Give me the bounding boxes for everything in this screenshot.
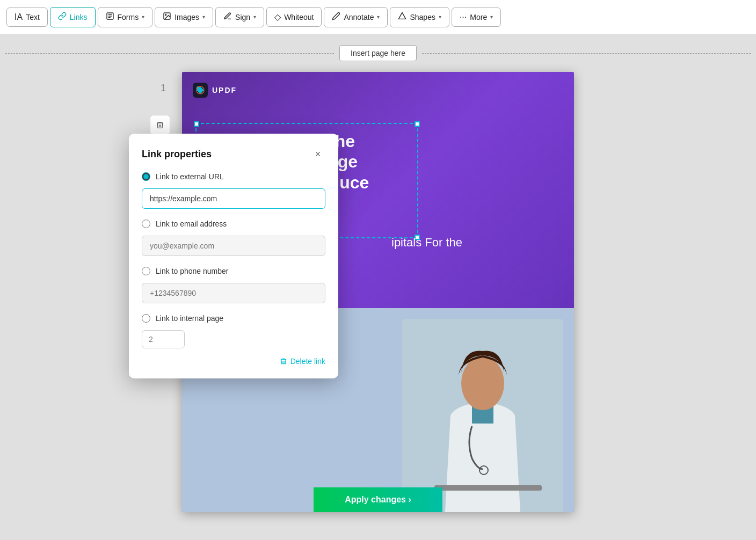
external-url-radio[interactable] [142, 172, 150, 181]
email-radio-item: Link to email address [142, 220, 325, 228]
email-label[interactable]: Link to email address [156, 220, 227, 228]
sign-icon [223, 12, 232, 23]
pdf-logo-text: UPDF [212, 86, 237, 94]
toolbar-more-label: More [470, 13, 487, 21]
svg-marker-6 [399, 12, 406, 19]
trash-icon [280, 357, 287, 365]
internal-page-group: Link to internal page [142, 314, 325, 348]
phone-group: Link to phone number [142, 267, 325, 305]
internal-page-label[interactable]: Link to internal page [156, 314, 223, 323]
more-icon: ··· [460, 12, 467, 22]
forms-arrow-icon: ▾ [142, 14, 144, 20]
selection-handle-tr[interactable] [415, 121, 420, 127]
link-properties-dialog: Link properties × Link to external URL L… [129, 134, 338, 378]
close-icon: × [315, 149, 321, 160]
toolbar-links-label: Links [70, 13, 88, 21]
insert-page-label: Insert page here [351, 49, 405, 57]
toolbar-shapes-label: Shapes [410, 13, 435, 21]
links-icon [58, 12, 67, 23]
apply-changes-button[interactable]: Apply changes › [314, 487, 442, 512]
toolbar-forms-btn[interactable]: Forms ▾ [98, 7, 153, 27]
selection-handle-tl[interactable] [194, 121, 199, 127]
shapes-arrow-icon: ▾ [439, 14, 441, 20]
dialog-header: Link properties × [142, 147, 325, 162]
images-arrow-icon: ▾ [202, 14, 205, 20]
phone-label[interactable]: Link to phone number [156, 267, 228, 275]
external-url-input[interactable] [142, 188, 325, 209]
sign-arrow-icon: ▾ [253, 14, 256, 20]
apply-changes-label: Apply changes › [345, 495, 411, 505]
email-group: Link to email address [142, 220, 325, 258]
delete-link-label: Delete link [290, 357, 325, 366]
external-url-radio-item: Link to external URL [142, 172, 325, 181]
svg-point-16 [461, 356, 504, 410]
email-radio[interactable] [142, 220, 150, 228]
dialog-close-button[interactable]: × [310, 147, 325, 162]
toolbar: IA Text Links Forms ▾ [0, 0, 756, 34]
text-icon: IA [14, 12, 23, 22]
internal-page-input[interactable] [142, 330, 185, 348]
phone-radio[interactable] [142, 267, 150, 275]
delete-link-button[interactable]: Delete link [280, 357, 325, 366]
toolbar-images-label: Images [175, 13, 199, 21]
external-url-group: Link to external URL [142, 172, 325, 211]
toolbar-sign-label: Sign [235, 13, 250, 21]
internal-page-radio[interactable] [142, 314, 150, 323]
annotate-icon [332, 12, 340, 23]
pdf-logo: UPDF [193, 83, 237, 98]
images-icon [163, 12, 171, 23]
toolbar-text-btn[interactable]: IA Text [6, 8, 48, 27]
toolbar-sign-btn[interactable]: Sign ▾ [215, 7, 264, 27]
toolbar-annotate-btn[interactable]: Annotate ▾ [324, 7, 388, 27]
more-arrow-icon: ▾ [490, 14, 493, 20]
toolbar-links-btn[interactable]: Links [50, 7, 96, 27]
phone-radio-item: Link to phone number [142, 267, 325, 275]
updf-logo-icon [193, 83, 208, 98]
delete-button[interactable] [150, 115, 170, 135]
toolbar-more-btn[interactable]: ··· More ▾ [452, 8, 501, 27]
dialog-footer: Delete link [142, 357, 325, 366]
page-area: Insert page here 1 [0, 34, 756, 540]
toolbar-shapes-btn[interactable]: Shapes ▾ [390, 7, 449, 27]
toolbar-whiteout-label: Whiteout [284, 13, 314, 21]
page-number: 1 [161, 83, 166, 94]
whiteout-icon: ◇ [274, 12, 281, 22]
dialog-title: Link properties [142, 149, 212, 160]
toolbar-whiteout-btn[interactable]: ◇ Whiteout [266, 7, 322, 27]
toolbar-text-label: Text [26, 13, 40, 21]
insert-page-button[interactable]: Insert page here [339, 45, 417, 61]
internal-page-radio-item: Link to internal page [142, 314, 325, 323]
shapes-icon [398, 12, 406, 23]
toolbar-images-btn[interactable]: Images ▾ [155, 7, 213, 27]
svg-point-5 [165, 14, 166, 15]
toolbar-annotate-label: Annotate [344, 13, 374, 21]
pdf-subtitle: ipitals For the [391, 236, 462, 250]
email-input[interactable] [142, 236, 325, 256]
insert-page-bar: Insert page here [0, 45, 756, 61]
phone-input[interactable] [142, 283, 325, 303]
annotate-arrow-icon: ▾ [377, 14, 380, 20]
forms-icon [106, 12, 114, 23]
external-url-label[interactable]: Link to external URL [156, 172, 224, 181]
svg-rect-18 [434, 485, 542, 491]
toolbar-forms-label: Forms [118, 13, 139, 21]
